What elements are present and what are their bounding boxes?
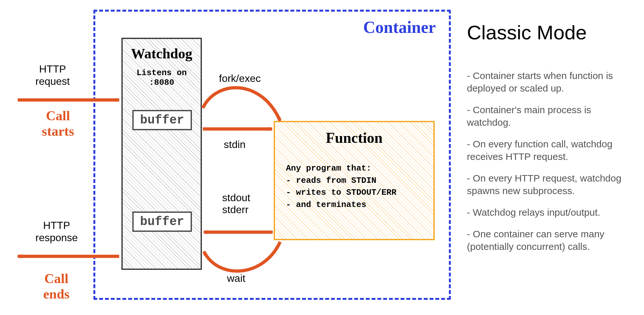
stdout-stderr-label: stdout stderr	[222, 192, 250, 216]
panel-bullet-0: - Container starts when function is depl…	[467, 69, 628, 94]
wait-label: wait	[227, 272, 245, 284]
function-desc-line-0: - reads from STDIN	[286, 175, 396, 187]
function-box: Function Any program that: - reads from …	[274, 121, 435, 240]
function-desc: Any program that: - reads from STDIN - w…	[286, 162, 396, 211]
stdin-label: stdin	[224, 139, 246, 151]
call-ends-label: Callends	[29, 271, 84, 302]
buffer-in-label: buffer	[140, 113, 184, 127]
panel-title: Classic Mode	[467, 21, 587, 44]
function-desc-line-2: - and terminates	[286, 199, 396, 211]
panel-bullet-3: - On every HTTP request, watchdog spawns…	[467, 172, 628, 197]
http-response-label: HTTPresponse	[35, 219, 78, 244]
call-starts-label: Callstarts	[26, 108, 90, 139]
buffer-in-box: buffer	[132, 110, 192, 130]
container-label: Container	[363, 18, 436, 37]
buffer-out-box: buffer	[132, 212, 192, 232]
stderr-label: stderr	[222, 204, 250, 216]
panel-bullet-list: - Container starts when function is depl…	[467, 69, 628, 262]
watchdog-box: Watchdog Listens on :8080 buffer buffer	[121, 38, 202, 270]
watchdog-title: Watchdog	[123, 45, 201, 62]
fork-exec-label: fork/exec	[219, 73, 261, 84]
http-request-label: HTTPrequest	[35, 63, 70, 88]
panel-bullet-5: - One container can serve many (potentia…	[467, 228, 628, 253]
function-title: Function	[275, 129, 433, 146]
panel-bullet-1: - Container's main process is watchdog.	[467, 103, 628, 129]
function-desc-line-1: - writes to STDOUT/ERR	[286, 187, 396, 199]
buffer-out-label: buffer	[140, 215, 184, 229]
watchdog-subtitle: Listens on :8080	[123, 68, 201, 87]
function-desc-header: Any program that:	[286, 162, 396, 175]
panel-bullet-4: - Watchdog relays input/output.	[467, 206, 628, 219]
stdout-label: stdout	[222, 192, 250, 204]
panel-bullet-2: - On every function call, watchdog recei…	[467, 138, 628, 163]
